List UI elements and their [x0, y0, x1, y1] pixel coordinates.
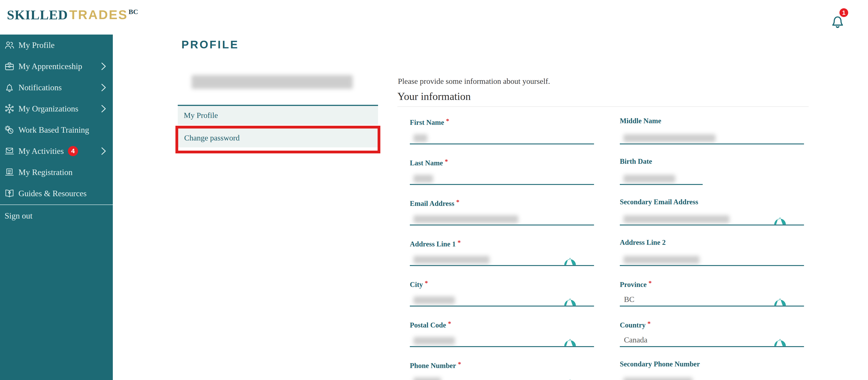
sidebar-item-label: My Activities: [19, 146, 64, 156]
required-asterisk: *: [649, 280, 652, 287]
field-value: BC: [624, 295, 634, 304]
field-birth-date: Birth Date: [620, 157, 804, 197]
field-address-line-2: Address Line 2: [620, 238, 804, 279]
secondary-email-address-input[interactable]: [620, 208, 804, 226]
notification-count-badge: 1: [839, 8, 848, 17]
field-label: Address Line 2: [620, 238, 804, 249]
required-asterisk: *: [425, 280, 428, 287]
redacted-value: [413, 215, 518, 223]
redacted-value: [623, 175, 675, 183]
field-value: Canada: [624, 335, 647, 344]
field-label: Address Line 1*: [410, 238, 594, 249]
postal-code-input[interactable]: [410, 329, 594, 347]
redacted-value: [413, 337, 455, 345]
sidebar-item-my-profile[interactable]: My Profile: [0, 34, 113, 56]
open-book-icon: [4, 188, 15, 199]
arch-status-icon: [564, 335, 577, 347]
redacted-value: [413, 256, 490, 264]
highlight-box: Change password: [176, 126, 380, 153]
last-name-input[interactable]: [410, 168, 594, 185]
field-label: City*: [410, 279, 594, 289]
field-label: Email Address*: [410, 197, 594, 208]
field-label: Postal Code*: [410, 319, 594, 329]
address-line-2-input[interactable]: [620, 249, 804, 266]
field-secondary-email-address: Secondary Email Address: [620, 197, 804, 238]
redacted-value: [623, 377, 692, 380]
tab-change-password[interactable]: Change password: [178, 128, 378, 147]
sidebar-item-label: Guides & Resources: [19, 188, 87, 198]
activities-count-badge: 4: [68, 146, 78, 156]
field-label: Province*: [620, 279, 804, 289]
bell-icon: [4, 82, 15, 93]
sidebar-item-label: My Organizations: [19, 104, 78, 114]
arch-status-icon: [564, 376, 577, 380]
province-input[interactable]: BC: [620, 289, 804, 306]
chevron-right-icon: [101, 104, 107, 113]
sidebar-item-sign-out[interactable]: Sign out: [0, 205, 113, 221]
required-asterisk: *: [458, 360, 461, 368]
sidebar: My ProfileMy ApprenticeshipNotifications…: [0, 34, 113, 380]
required-asterisk: *: [445, 158, 448, 165]
birth-date-input[interactable]: [620, 168, 703, 185]
field-email-address: Email Address*: [410, 197, 594, 238]
person-icon: [4, 39, 15, 51]
network-icon: [4, 103, 15, 114]
sidebar-item-label: Work Based Training: [19, 125, 89, 135]
field-label: Secondary Phone Number: [620, 359, 804, 370]
sidebar-nav: My ProfileMy ApprenticeshipNotifications…: [0, 34, 113, 204]
notifications-bell-button[interactable]: 1: [829, 12, 846, 31]
sidebar-item-label: My Profile: [19, 40, 55, 50]
required-asterisk: *: [448, 320, 451, 327]
sidebar-item-my-activities[interactable]: My Activities4: [0, 141, 113, 162]
gear-clock-icon: [4, 124, 15, 136]
chevron-right-icon: [101, 146, 107, 156]
sidebar-item-my-organizations[interactable]: My Organizations: [0, 98, 113, 119]
field-label: Middle Name: [620, 116, 804, 127]
field-phone-number: Phone Number*: [410, 359, 594, 380]
redacted-value: [413, 377, 441, 380]
tab-my-profile[interactable]: My Profile: [178, 106, 378, 125]
country-input[interactable]: Canada: [620, 329, 804, 347]
sidebar-item-work-based-training[interactable]: Work Based Training: [0, 119, 113, 141]
arch-status-icon: [564, 295, 577, 306]
header: SKILLED TRADES BC 1: [0, 0, 868, 34]
logo-trades: TRADES: [69, 8, 128, 21]
field-label: Secondary Email Address: [620, 197, 804, 208]
sidebar-item-label: My Registration: [19, 168, 72, 177]
secondary-phone-number-input[interactable]: [620, 370, 804, 380]
redacted-value: [413, 175, 433, 183]
address-line-1-input[interactable]: [410, 249, 594, 266]
field-first-name: First Name*: [410, 116, 594, 157]
sidebar-item-guides-resources[interactable]: Guides & Resources: [0, 183, 113, 204]
arch-status-icon: [564, 255, 577, 266]
redacted-user-name: [191, 75, 353, 89]
arch-status-icon: [774, 335, 786, 347]
phone-number-input[interactable]: [410, 370, 594, 380]
profile-form: First Name*Middle NameLast Name*Birth Da…: [410, 116, 804, 380]
sidebar-item-notifications[interactable]: Notifications: [0, 77, 113, 98]
redacted-value: [623, 215, 730, 223]
field-middle-name: Middle Name: [620, 116, 804, 157]
field-label: First Name*: [410, 116, 594, 127]
page: SKILLED TRADES BC 1 My ProfileMy Apprent…: [0, 0, 868, 380]
form-intro-text: Please provide some information about yo…: [398, 77, 550, 86]
city-input[interactable]: [410, 289, 594, 306]
field-secondary-phone-number: Secondary Phone Number: [620, 359, 804, 380]
required-asterisk: *: [456, 198, 459, 205]
sidebar-item-my-registration[interactable]: My Registration: [0, 162, 113, 183]
middle-name-input[interactable]: [620, 127, 804, 144]
field-postal-code: Postal Code*: [410, 319, 594, 359]
first-name-input[interactable]: [410, 127, 594, 144]
field-label: Last Name*: [410, 157, 594, 168]
sidebar-item-label: Notifications: [19, 83, 62, 92]
sidebar-item-my-apprenticeship[interactable]: My Apprenticeship: [0, 56, 113, 77]
email-address-input[interactable]: [410, 208, 594, 226]
redacted-value: [413, 134, 427, 142]
required-asterisk: *: [446, 117, 449, 124]
field-address-line-1: Address Line 1*: [410, 238, 594, 279]
skilledtradesbc-logo: SKILLED TRADES BC: [7, 8, 138, 22]
laptop-doc-icon: [4, 167, 15, 178]
arch-status-icon: [774, 214, 786, 225]
section-title: Your information: [397, 90, 471, 103]
logo-skilled: SKILLED: [7, 8, 68, 22]
